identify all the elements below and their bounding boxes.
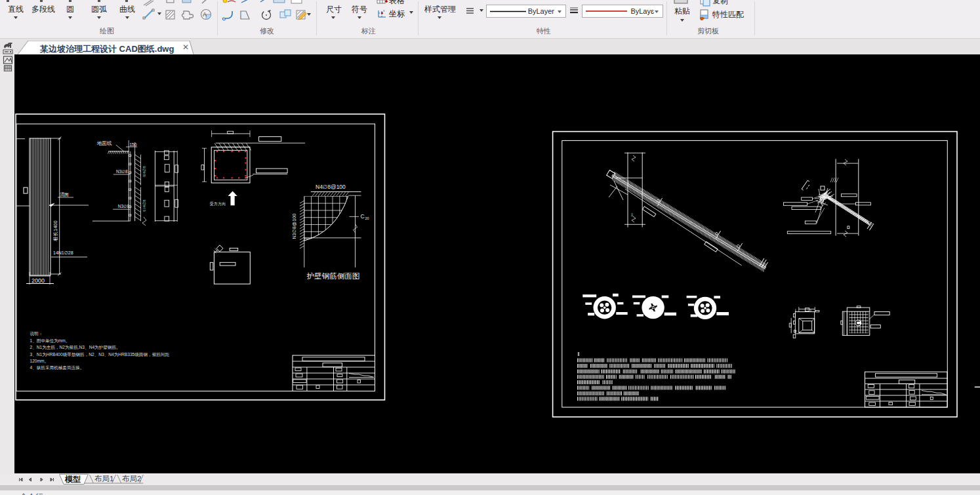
svg-text:护壁钢筋侧面图: 护壁钢筋侧面图 [306,272,360,280]
svg-text:N3∅8: N3∅8 [118,204,130,208]
svg-text:布局2: 布局2 [122,475,141,483]
svg-text:布局1: 布局1 [94,475,113,483]
svg-text:120mm。: 120mm。 [30,359,49,363]
svg-text:150: 150 [130,142,137,147]
svg-text:N3∅8: N3∅8 [116,169,128,174]
svg-text:14N1∅28: 14N1∅28 [53,250,73,255]
svg-text:20: 20 [365,216,369,220]
svg-text:N4∅8@100: N4∅8@100 [316,184,346,190]
svg-text:A: A [203,11,207,18]
svg-text:模型: 模型 [64,475,81,484]
svg-text:说明：: 说明： [30,331,43,336]
svg-text:N3∅8@100: N3∅8@100 [292,214,298,239]
svg-text:4、纵筋采用机械套筒连接。: 4、纵筋采用机械套筒连接。 [30,365,85,370]
svg-text:受力方向: 受力方向 [210,201,226,207]
svg-text:清面: 清面 [60,192,69,197]
svg-text:地面线: 地面线 [96,140,112,146]
svg-text:▯: ▯ [631,212,633,216]
svg-text:6 I4∅8: 6 I4∅8 [142,199,146,212]
svg-text:x: x [383,9,385,12]
svg-text:2、N1为主筋，N2为箍筋,N3、N4为护壁钢筋。: 2、N1为主筋，N2为箍筋,N3、N4为护壁钢筋。 [30,345,121,350]
svg-text:3、N1为HRB400级带肋钢筋，N2、N3、N4为HRB3: 3、N1为HRB400级带肋钢筋，N2、N3、N4为HRB335级圆钢，箍筋间距 [30,352,170,357]
svg-text:2000: 2000 [31,277,45,284]
svg-text:C: C [360,213,364,220]
svg-text:6I4∅8: 6I4∅8 [142,165,146,177]
svg-text:桩长1400: 桩长1400 [52,220,58,241]
svg-text:1、图中单位为mm。: 1、图中单位为mm。 [30,338,70,344]
